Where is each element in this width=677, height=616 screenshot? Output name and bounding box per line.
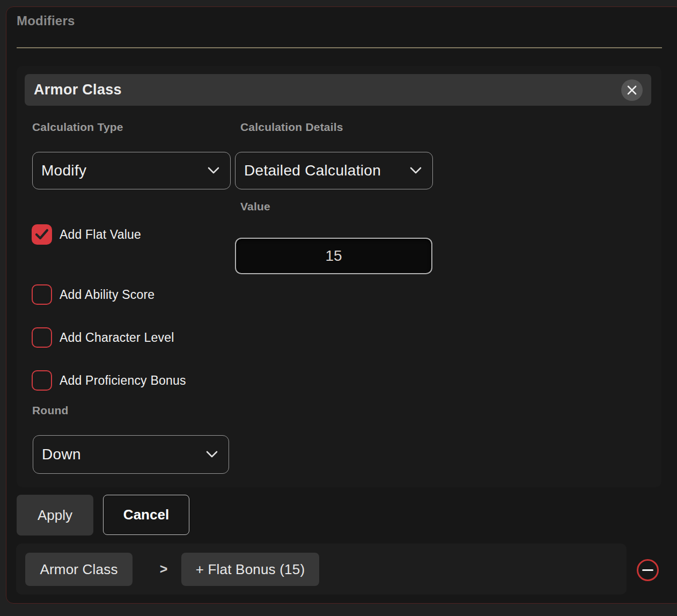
- screen: Modifiers Armor Class Calculation Type C…: [0, 0, 677, 616]
- checkbox-row-flat-value: Add Flat Value: [32, 224, 141, 245]
- page-title: Modifiers: [17, 13, 75, 28]
- apply-button[interactable]: Apply: [17, 495, 93, 536]
- remove-modifier-button[interactable]: [637, 559, 659, 581]
- modifier-effect-chip[interactable]: + Flat Bonus (15): [181, 553, 319, 586]
- value-label: Value: [240, 200, 270, 213]
- section-divider: [17, 47, 662, 48]
- check-icon: [35, 229, 49, 240]
- calc-type-value: Modify: [41, 162, 86, 179]
- round-label: Round: [32, 404, 68, 417]
- modifier-source-chip[interactable]: Armor Class: [25, 553, 133, 586]
- character-level-label: Add Character Level: [60, 331, 174, 345]
- calc-details-label: Calculation Details: [240, 121, 343, 134]
- ability-score-checkbox[interactable]: [32, 284, 52, 305]
- ability-score-label: Add Ability Score: [60, 288, 154, 302]
- chevron-down-icon: [410, 167, 422, 174]
- modifier-summary-row: Armor Class > + Flat Bonus (15): [16, 544, 627, 595]
- character-level-checkbox[interactable]: [32, 327, 52, 348]
- calc-type-select[interactable]: Modify: [32, 152, 231, 189]
- cancel-button[interactable]: Cancel: [103, 495, 189, 535]
- calc-type-label: Calculation Type: [32, 121, 123, 134]
- modifiers-panel: Modifiers Armor Class Calculation Type C…: [6, 6, 677, 604]
- modifier-header: Armor Class: [25, 74, 651, 106]
- calc-details-value: Detailed Calculation: [244, 162, 381, 179]
- checkbox-row-proficiency-bonus: Add Proficiency Bonus: [32, 370, 186, 391]
- minus-icon: [642, 569, 653, 571]
- modifier-separator: >: [153, 544, 174, 595]
- proficiency-bonus-checkbox[interactable]: [32, 370, 52, 391]
- proficiency-bonus-label: Add Proficiency Bonus: [60, 373, 186, 388]
- flat-value-checkbox[interactable]: [32, 224, 52, 245]
- round-value: Down: [42, 446, 81, 463]
- modifier-title: Armor Class: [34, 82, 122, 98]
- chevron-down-icon: [208, 167, 219, 174]
- checkbox-row-character-level: Add Character Level: [32, 327, 174, 348]
- round-select[interactable]: Down: [33, 435, 229, 474]
- flat-value-label: Add Flat Value: [60, 228, 141, 242]
- chevron-down-icon: [206, 451, 218, 458]
- value-input[interactable]: [235, 238, 432, 274]
- close-button[interactable]: [621, 79, 643, 101]
- checkbox-row-ability-score: Add Ability Score: [32, 284, 154, 305]
- close-icon: [626, 84, 638, 96]
- calc-details-select[interactable]: Detailed Calculation: [235, 152, 433, 189]
- modifier-editor-card: Armor Class Calculation Type Calculation…: [17, 66, 661, 487]
